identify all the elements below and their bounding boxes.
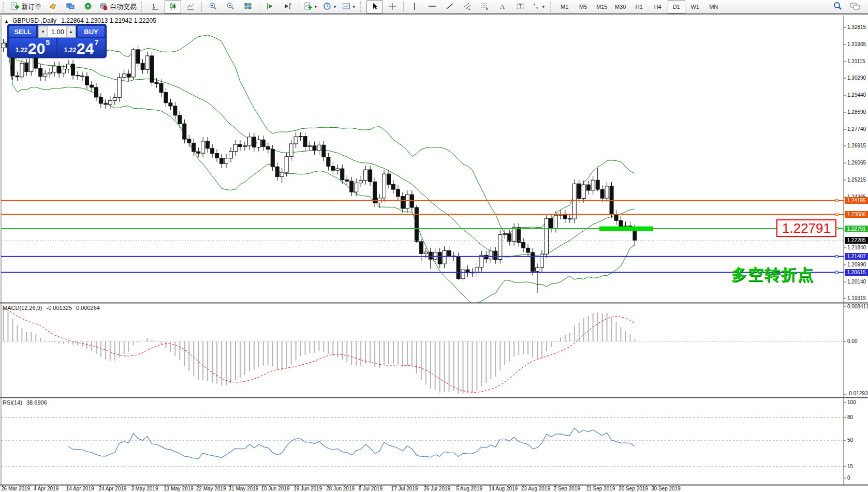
time-axis-label[interactable]: 8 Jul 2019: [359, 486, 382, 491]
time-axis-label[interactable]: 4 Apr 2019: [34, 486, 58, 491]
line-handle[interactable]: [835, 213, 838, 216]
fibonacci-button[interactable]: F: [477, 0, 493, 13]
macd-signal-value: 0.000264: [76, 305, 100, 311]
text-button[interactable]: A: [494, 0, 511, 13]
timeframe-button-D1[interactable]: D1: [668, 0, 685, 13]
timeframe-button-H4[interactable]: H4: [649, 0, 667, 13]
time-axis-label[interactable]: 30 Sep 2019: [651, 486, 681, 491]
time-axis-label[interactable]: 2 Sep 2019: [554, 486, 580, 491]
time-axis-label[interactable]: 28 Jun 2019: [326, 486, 355, 491]
rsi-axis-tick: 100: [847, 399, 856, 405]
rsi-indicator-label: RSI(14) 38.6906: [3, 399, 47, 406]
new-chart-icon: [49, 2, 57, 12]
cursor-icon: [371, 2, 379, 12]
time-axis-label[interactable]: 22 May 2019: [196, 486, 226, 491]
timeframe-button-M30[interactable]: M30: [612, 0, 629, 13]
auto-scroll-icon: [266, 2, 274, 12]
zoom-out-icon: [226, 2, 234, 12]
zoom-in-button[interactable]: [204, 0, 221, 13]
arrows-icon: [532, 2, 540, 12]
tile-windows-button[interactable]: [240, 0, 256, 13]
zoom-out-button[interactable]: [222, 0, 239, 13]
time-axis-label[interactable]: 23 Aug 2019: [521, 486, 550, 491]
collapse-arrow-icon[interactable]: ▲: [4, 19, 9, 24]
sell-button[interactable]: SELL: [9, 25, 37, 38]
trendline-button[interactable]: [442, 0, 458, 13]
time-axis-label[interactable]: 14 Apr 2019: [66, 486, 94, 491]
volume-input[interactable]: 1.00: [48, 26, 66, 37]
profiles-button[interactable]: [62, 0, 79, 13]
time-axis-label[interactable]: 11 Sep 2019: [586, 486, 615, 491]
price-callout-box[interactable]: 1.22791: [776, 219, 836, 237]
time-axis-label[interactable]: 5 Aug 2019: [456, 486, 482, 491]
time-axis-label[interactable]: 20 Sep 2019: [619, 486, 648, 491]
dropdown-caret-icon: ▼: [314, 5, 318, 9]
volume-increase-button[interactable]: ▲: [66, 26, 76, 37]
time-axis-label[interactable]: 17 Jul 2019: [391, 486, 418, 491]
toolbar-grip[interactable]: [3, 2, 6, 12]
line-chart-button[interactable]: [182, 0, 199, 13]
bar-chart-button[interactable]: [147, 0, 164, 13]
price-axis-tick: 1.21840: [847, 245, 866, 250]
text-label-button[interactable]: T: [512, 0, 528, 13]
volume-decrease-button[interactable]: ▼: [38, 26, 48, 37]
time-axis-label[interactable]: 13 May 2019: [164, 486, 194, 491]
line-handle[interactable]: [835, 255, 838, 258]
auto-scroll-button[interactable]: [262, 0, 278, 13]
time-axis-label[interactable]: 10 Jun 2019: [261, 486, 289, 491]
time-axis-label[interactable]: 26 Mar 2019: [1, 486, 30, 491]
chart-annotation-text[interactable]: 多空转折点: [731, 264, 814, 286]
timeframe-button-W1[interactable]: W1: [686, 0, 704, 13]
new-chart-button[interactable]: [45, 0, 61, 13]
sell-price-prefix: 1.22: [16, 47, 27, 54]
buy-price-display[interactable]: 1.22 24 7: [57, 38, 105, 57]
time-axis-label[interactable]: 19 Jun 2019: [293, 486, 322, 491]
toolbar-separator: [403, 2, 404, 12]
toolbar-separator: [259, 2, 259, 12]
chart-canvas[interactable]: [0, 0, 868, 492]
level-price-label: 1.21407: [845, 253, 868, 260]
time-axis-label[interactable]: 3 May 2019: [131, 486, 158, 491]
new-order-button[interactable]: 新订单: [9, 0, 43, 13]
macd-name: MACD(12,26,9): [3, 305, 42, 311]
toolbar-grip[interactable]: [141, 2, 144, 12]
price-axis-tick: 1.25215: [847, 177, 866, 183]
candlestick-chart-button[interactable]: [165, 0, 181, 13]
level-price-label: 1.22791: [845, 226, 868, 232]
horizontal-line-button[interactable]: [424, 0, 440, 13]
templates-button[interactable]: ▼: [340, 0, 358, 13]
price-axis-tick: 1.32815: [847, 24, 866, 30]
signals-icon: [84, 2, 92, 12]
main-toolbar: 新订单 自动交易: [0, 0, 868, 14]
timeframe-button-M5[interactable]: M5: [575, 0, 592, 13]
crosshair-button[interactable]: [384, 0, 401, 13]
indicators-button[interactable]: ▼: [302, 0, 320, 13]
vertical-line-button[interactable]: [406, 0, 423, 13]
signals-button[interactable]: [80, 0, 96, 13]
timeframe-button-M1[interactable]: M1: [556, 0, 573, 13]
chat-button[interactable]: [847, 0, 863, 13]
line-handle[interactable]: [835, 199, 838, 202]
chart-shift-button[interactable]: [279, 0, 296, 13]
autotrading-button[interactable]: 自动交易: [97, 0, 139, 13]
toolbar-grip[interactable]: [550, 2, 553, 12]
arrows-button[interactable]: ▼: [529, 0, 548, 13]
level-price-label: 1.20615: [845, 269, 868, 276]
buy-button[interactable]: BUY: [77, 25, 105, 38]
price-axis-tick: 1.30290: [847, 75, 866, 81]
timeframe-button-MN[interactable]: MN: [705, 0, 723, 13]
time-axis-label[interactable]: 26 Jul 2019: [423, 486, 450, 491]
periods-button[interactable]: ▼: [321, 0, 339, 13]
time-axis-label[interactable]: 24 Apr 2019: [98, 486, 126, 491]
timeframe-button-M15[interactable]: M15: [593, 0, 611, 13]
sell-price-display[interactable]: 1.22 20 5: [9, 38, 56, 57]
cursor-button[interactable]: [366, 0, 383, 13]
highlight-segment[interactable]: [599, 227, 653, 231]
search-button[interactable]: [829, 0, 846, 13]
time-axis-label[interactable]: 31 May 2019: [229, 486, 259, 491]
timeframe-button-H1[interactable]: H1: [630, 0, 648, 13]
equidistant-channel-button[interactable]: E: [459, 0, 476, 13]
line-handle[interactable]: [835, 271, 838, 274]
time-axis-label[interactable]: 14 Aug 2019: [489, 486, 518, 491]
toolbar-grip[interactable]: [360, 2, 364, 12]
